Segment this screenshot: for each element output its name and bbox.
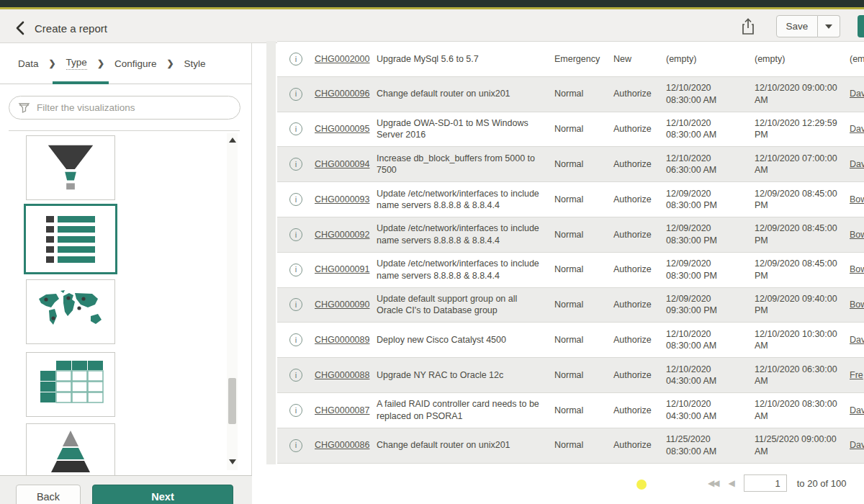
viz-thumbnail-pyramid[interactable]	[26, 423, 115, 475]
end-date-cell: 11/25/2020 09:00:00 AM	[750, 433, 844, 457]
table-row: i CHG0000090 Update default support grou…	[277, 288, 864, 323]
scrollbar-thumb[interactable]	[228, 378, 236, 424]
share-icon[interactable]	[739, 17, 759, 38]
row-info-cell: i	[277, 122, 315, 135]
scroll-down-icon[interactable]	[229, 459, 236, 464]
start-date-cell: 11/25/2020 08:30:00 AM	[662, 433, 750, 457]
viz-thumbnail-table[interactable]	[26, 352, 115, 417]
viz-thumbnail-map[interactable]	[26, 279, 115, 344]
row-info-cell: i	[277, 193, 315, 206]
cursor-highlight	[636, 480, 647, 490]
assignee-link[interactable]: Bow	[850, 300, 864, 310]
end-date-cell: 12/10/2020 06:30:00 AM	[750, 364, 844, 387]
assignee-link[interactable]: Bow	[850, 194, 864, 204]
info-icon[interactable]: i	[289, 404, 302, 417]
first-page-icon[interactable]: ◀◀	[708, 478, 718, 488]
change-number-link[interactable]: CHG0000093	[315, 194, 369, 204]
assignee-link[interactable]: Fre	[850, 370, 863, 380]
info-icon[interactable]: i	[289, 53, 302, 66]
change-number-link[interactable]: CHG0000088	[315, 370, 369, 380]
assignee-cell: Dav	[844, 158, 864, 171]
assignee-link[interactable]: Bow	[850, 230, 864, 240]
pagination-bar: ◀◀ ◀ to 20 of 100	[708, 474, 846, 492]
table-row: i CHG0000087 A failed RAID controller ca…	[277, 393, 864, 428]
priority-cell: Normal	[551, 369, 608, 382]
priority-cell: Normal	[551, 123, 608, 135]
change-number-cell: CHG0000092	[315, 229, 377, 241]
start-date-cell: 12/10/2020 08:30:00 AM	[662, 82, 750, 106]
priority-cell: Normal	[551, 229, 608, 241]
change-number-link[interactable]: CHG0000092	[315, 230, 369, 240]
info-icon[interactable]: i	[289, 333, 302, 346]
info-icon[interactable]: i	[289, 88, 302, 101]
change-number-cell: CHG0000091	[315, 264, 377, 276]
start-date-cell: 12/09/2020 09:30:00 PM	[662, 293, 750, 317]
viz-list-scrollbar[interactable]	[227, 133, 238, 470]
assignee-link[interactable]: Bow	[850, 264, 864, 274]
step-configure[interactable]: Configure	[114, 58, 157, 69]
start-date-cell: 12/09/2020 08:30:00 PM	[662, 222, 750, 246]
change-number-link[interactable]: CHG0000095	[315, 124, 369, 134]
pivot-table-icon	[35, 359, 107, 410]
page-number-input[interactable]	[744, 474, 787, 492]
state-cell: Authorize	[608, 229, 662, 241]
viz-thumbnail-funnel[interactable]	[26, 135, 115, 200]
step-style[interactable]: Style	[184, 58, 206, 69]
assignee-link[interactable]: Dav	[850, 159, 864, 169]
change-number-link[interactable]: CHG0000096	[315, 89, 369, 99]
short-description-cell: Change default router on unix201	[377, 88, 551, 100]
info-icon[interactable]: i	[289, 122, 302, 135]
change-number-link[interactable]: CHG0000086	[315, 440, 369, 450]
change-number-cell: CHG0000087	[315, 405, 377, 417]
info-icon[interactable]: i	[289, 369, 302, 382]
table-left-scrollbar[interactable]	[266, 41, 276, 464]
assignee-link[interactable]: Dav	[850, 124, 864, 134]
prev-page-icon[interactable]: ◀	[728, 478, 733, 488]
end-date-cell: 12/10/2020 09:00:00 AM	[750, 82, 844, 106]
info-icon[interactable]: i	[289, 439, 302, 452]
assignee-link[interactable]: (em	[850, 54, 864, 64]
step-type[interactable]: Type	[66, 57, 87, 70]
info-icon[interactable]: i	[289, 193, 302, 206]
run-button-clipped[interactable]	[858, 15, 864, 37]
save-dropdown-button[interactable]	[818, 15, 840, 37]
change-number-link[interactable]: CHG0000090	[315, 300, 369, 310]
assignee-link[interactable]: Dav	[850, 89, 864, 99]
short-description-cell: Update default support group on all Orac…	[377, 293, 551, 317]
active-step-indicator	[53, 81, 109, 84]
info-icon[interactable]: i	[289, 158, 302, 171]
save-button[interactable]: Save	[776, 15, 818, 37]
start-date-cell: 12/10/2020 04:30:00 AM	[662, 398, 750, 422]
state-cell: Authorize	[608, 369, 662, 382]
back-chevron-icon[interactable]	[12, 19, 30, 37]
change-number-cell: CHG0000093	[315, 194, 377, 206]
assignee-link[interactable]: Dav	[850, 405, 864, 415]
chevron-right-icon: ❯	[49, 58, 56, 68]
assignee-link[interactable]: Dav	[850, 440, 864, 450]
chevron-right-icon: ❯	[166, 58, 174, 68]
change-number-link[interactable]: CHG0000089	[315, 335, 369, 345]
change-number-link[interactable]: CHG0000091	[315, 264, 369, 274]
wizard-breadcrumb: Data ❯ Type ❯ Configure ❯ Style	[0, 43, 252, 84]
pagination-range-text: to 20 of 100	[797, 478, 847, 489]
state-cell: Authorize	[608, 299, 662, 311]
row-info-cell: i	[277, 298, 315, 311]
chevron-right-icon: ❯	[97, 58, 104, 68]
step-data[interactable]: Data	[18, 58, 39, 69]
filter-visualizations-input[interactable]	[9, 96, 240, 120]
back-button[interactable]: Back	[16, 485, 81, 504]
change-number-link[interactable]: CHG0000094	[315, 159, 369, 169]
row-info-cell: i	[277, 53, 315, 66]
viz-thumbnail-list[interactable]	[24, 204, 117, 274]
info-icon[interactable]: i	[289, 228, 302, 241]
next-button[interactable]: Next	[92, 485, 233, 504]
short-description-cell: A failed RAID controller card needs to b…	[377, 398, 551, 422]
browser-top-strip	[0, 0, 864, 7]
info-icon[interactable]: i	[289, 298, 302, 311]
priority-cell: Emergency	[551, 53, 608, 66]
scroll-up-icon[interactable]	[229, 138, 236, 143]
change-number-link[interactable]: CHG0000087	[315, 405, 369, 415]
info-icon[interactable]: i	[289, 264, 302, 276]
change-number-link[interactable]: CHG0002000	[315, 54, 369, 64]
assignee-link[interactable]: Dav	[850, 335, 864, 345]
